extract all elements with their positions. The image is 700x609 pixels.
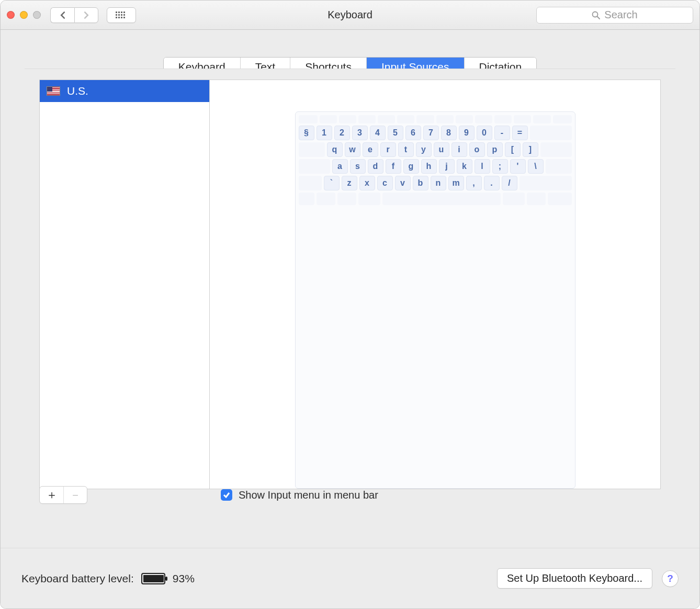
- svg-rect-0: [116, 12, 117, 13]
- key-blank: [530, 126, 572, 140]
- search-placeholder: Search: [604, 9, 637, 21]
- svg-line-13: [597, 16, 600, 19]
- key-blank: [436, 115, 454, 123]
- key: y: [416, 142, 432, 157]
- key-blank: [520, 176, 572, 190]
- key-blank: [546, 159, 572, 174]
- key: 7: [423, 126, 439, 140]
- zoom-window-button[interactable]: [33, 11, 41, 19]
- show-input-menu-checkbox[interactable]: [221, 489, 232, 501]
- svg-rect-7: [123, 14, 125, 16]
- check-icon: [223, 491, 230, 499]
- key: =: [512, 126, 528, 140]
- key: r: [380, 142, 396, 157]
- chevron-right-icon: [83, 12, 90, 19]
- search-input[interactable]: Search: [536, 7, 693, 24]
- key: a: [332, 159, 348, 174]
- key: i: [451, 142, 467, 157]
- svg-rect-8: [116, 17, 117, 18]
- key: ]: [523, 142, 538, 157]
- key: k: [457, 159, 472, 174]
- key-blank: [337, 193, 356, 205]
- key-blank: [320, 115, 337, 123]
- key: 2: [334, 126, 350, 140]
- key-blank: [397, 115, 414, 123]
- svg-rect-11: [123, 17, 125, 18]
- add-input-source-button[interactable]: ＋: [40, 487, 63, 503]
- bluetooth-keyboard-button[interactable]: Set Up Bluetooth Keyboard...: [497, 568, 652, 589]
- key: /: [502, 176, 517, 190]
- key: ;: [492, 159, 508, 174]
- keyboard-preview: §1234567890-= qwertyuiop[] asdfghjkl;'\ …: [210, 80, 660, 489]
- key-blank: [527, 193, 546, 205]
- key: 1: [317, 126, 332, 140]
- key: q: [327, 142, 343, 157]
- svg-rect-3: [123, 12, 125, 13]
- key: 4: [370, 126, 386, 140]
- key-blank: [503, 193, 525, 205]
- key: m: [448, 176, 464, 190]
- svg-rect-2: [121, 12, 122, 13]
- show-input-menu-label: Show Input menu in menu bar: [239, 489, 378, 501]
- key: e: [363, 142, 378, 157]
- remove-input-source-button[interactable]: －: [63, 487, 87, 503]
- battery-icon: [141, 573, 165, 584]
- content-panel: U.S.: [25, 69, 675, 499]
- forward-button[interactable]: [74, 7, 98, 23]
- battery-label-text: Keyboard battery level:: [21, 572, 134, 585]
- key-blank: [299, 176, 322, 190]
- nav-buttons: [50, 7, 98, 23]
- key-blank: [514, 115, 531, 123]
- key-blank: [456, 115, 473, 123]
- key: g: [403, 159, 419, 174]
- spacebar-key: [382, 193, 501, 205]
- close-window-button[interactable]: [7, 11, 15, 19]
- key: §: [299, 126, 314, 140]
- key: p: [487, 142, 503, 157]
- key: c: [377, 176, 393, 190]
- input-sources-list[interactable]: U.S.: [40, 80, 210, 489]
- key: 8: [441, 126, 457, 140]
- keyboard-prefs-window: Keyboard Search Keyboard Text Shortcuts …: [0, 0, 700, 609]
- key: h: [421, 159, 437, 174]
- svg-rect-10: [121, 17, 122, 18]
- key: 3: [352, 126, 368, 140]
- key-blank: [299, 193, 314, 205]
- key: -: [494, 126, 510, 140]
- battery-status: Keyboard battery level: 93%: [21, 572, 195, 585]
- input-source-item[interactable]: U.S.: [40, 80, 209, 102]
- key-blank: [553, 115, 572, 123]
- key-blank: [358, 115, 376, 123]
- help-button[interactable]: ?: [662, 570, 679, 587]
- key-blank: [378, 115, 395, 123]
- key: [: [505, 142, 521, 157]
- search-icon: [592, 11, 600, 19]
- below-panel-controls: ＋ － Show Input menu in menu bar: [39, 486, 661, 504]
- svg-rect-1: [118, 12, 120, 13]
- key-blank: [540, 142, 572, 157]
- titlebar: Keyboard Search: [1, 1, 699, 30]
- minimize-window-button[interactable]: [20, 11, 28, 19]
- chevron-left-icon: [59, 12, 66, 19]
- key-blank: [533, 115, 550, 123]
- grid-icon: [116, 12, 127, 19]
- key: 9: [459, 126, 475, 140]
- svg-rect-4: [116, 14, 117, 16]
- key: l: [475, 159, 490, 174]
- back-button[interactable]: [50, 7, 74, 23]
- key-blank: [494, 115, 512, 123]
- key: s: [350, 159, 366, 174]
- input-source-label: U.S.: [67, 85, 88, 97]
- key: \: [528, 159, 544, 174]
- key: 0: [477, 126, 492, 140]
- key-blank: [416, 115, 434, 123]
- key: `: [324, 176, 340, 190]
- key: 6: [405, 126, 421, 140]
- key: n: [431, 176, 446, 190]
- key-blank: [339, 115, 356, 123]
- key-blank: [475, 115, 492, 123]
- show-all-prefs-button[interactable]: [107, 7, 136, 23]
- footer: Keyboard battery level: 93% Set Up Bluet…: [1, 548, 699, 608]
- add-remove-buttons: ＋ －: [39, 486, 87, 504]
- key: ': [510, 159, 526, 174]
